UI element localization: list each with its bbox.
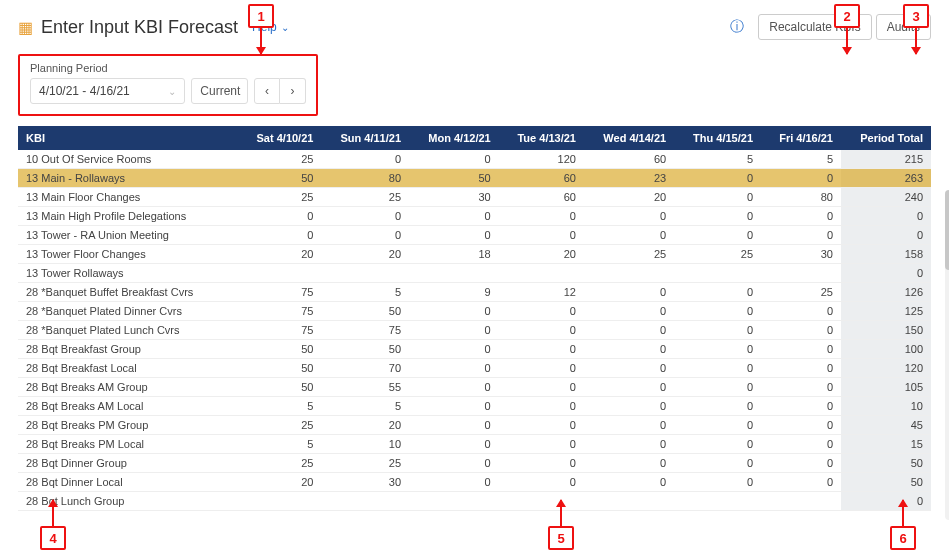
kbi-value-cell[interactable]: 0 <box>761 169 841 188</box>
prev-period-button[interactable]: ‹ <box>254 78 280 104</box>
kbi-value-cell[interactable]: 60 <box>499 169 584 188</box>
table-row[interactable]: 28 Bqt Breaks PM Group25200000045 <box>18 416 931 435</box>
kbi-value-cell[interactable]: 5 <box>321 283 409 302</box>
kbi-value-cell[interactable]: 0 <box>584 321 674 340</box>
kbi-value-cell[interactable]: 0 <box>674 397 761 416</box>
kbi-value-cell[interactable]: 0 <box>674 321 761 340</box>
kbi-value-cell[interactable]: 55 <box>321 378 409 397</box>
kbi-name-cell[interactable]: 28 Bqt Breaks PM Local <box>18 435 238 454</box>
col-period-total[interactable]: Period Total <box>841 126 931 150</box>
kbi-value-cell[interactable] <box>584 492 674 511</box>
kbi-value-cell[interactable]: 0 <box>584 473 674 492</box>
kbi-value-cell[interactable]: 60 <box>584 150 674 169</box>
table-row[interactable]: 28 *Banquet Buffet Breakfast Cvrs7559120… <box>18 283 931 302</box>
kbi-value-cell[interactable]: 0 <box>761 378 841 397</box>
kbi-name-cell[interactable]: 28 Bqt Breakfast Local <box>18 359 238 378</box>
table-row[interactable]: 28 Bqt Dinner Local20300000050 <box>18 473 931 492</box>
kbi-name-cell[interactable]: 13 Tower Floor Changes <box>18 245 238 264</box>
kbi-value-cell[interactable]: 0 <box>674 226 761 245</box>
kbi-value-cell[interactable] <box>321 492 409 511</box>
table-row[interactable]: 28 Bqt Breaks AM Group505500000105 <box>18 378 931 397</box>
kbi-value-cell[interactable]: 0 <box>584 416 674 435</box>
kbi-value-cell[interactable]: 0 <box>761 473 841 492</box>
kbi-name-cell[interactable]: 10 Out Of Service Rooms <box>18 150 238 169</box>
col-day-1[interactable]: Sun 4/11/21 <box>321 126 409 150</box>
kbi-value-cell[interactable]: 25 <box>238 150 321 169</box>
kbi-value-cell[interactable]: 50 <box>409 169 499 188</box>
table-row[interactable]: 28 Bqt Dinner Group25250000050 <box>18 454 931 473</box>
kbi-value-cell[interactable] <box>409 264 499 283</box>
kbi-value-cell[interactable]: 0 <box>321 226 409 245</box>
kbi-value-cell[interactable]: 0 <box>761 416 841 435</box>
kbi-value-cell[interactable]: 25 <box>761 283 841 302</box>
kbi-value-cell[interactable]: 0 <box>499 416 584 435</box>
kbi-value-cell[interactable]: 30 <box>321 473 409 492</box>
kbi-value-cell[interactable]: 0 <box>499 473 584 492</box>
table-row[interactable]: 13 Main - Rollaways508050602300263 <box>18 169 931 188</box>
kbi-value-cell[interactable]: 50 <box>238 169 321 188</box>
info-icon[interactable]: ⓘ <box>730 18 744 36</box>
kbi-value-cell[interactable]: 20 <box>238 473 321 492</box>
kbi-value-cell[interactable]: 0 <box>761 302 841 321</box>
table-row[interactable]: 28 Bqt Breakfast Local507000000120 <box>18 359 931 378</box>
col-day-4[interactable]: Wed 4/14/21 <box>584 126 674 150</box>
kbi-value-cell[interactable]: 0 <box>674 283 761 302</box>
kbi-value-cell[interactable]: 0 <box>409 150 499 169</box>
kbi-value-cell[interactable]: 50 <box>321 340 409 359</box>
kbi-value-cell[interactable]: 0 <box>674 302 761 321</box>
kbi-value-cell[interactable]: 0 <box>674 378 761 397</box>
kbi-value-cell[interactable]: 0 <box>409 473 499 492</box>
kbi-value-cell[interactable]: 0 <box>409 435 499 454</box>
kbi-name-cell[interactable]: 28 Bqt Breaks AM Local <box>18 397 238 416</box>
table-row[interactable]: 13 Tower - RA Union Meeting00000000 <box>18 226 931 245</box>
kbi-value-cell[interactable]: 25 <box>674 245 761 264</box>
kbi-value-cell[interactable] <box>674 264 761 283</box>
col-day-6[interactable]: Fri 4/16/21 <box>761 126 841 150</box>
kbi-name-cell[interactable]: 28 *Banquet Plated Lunch Cvrs <box>18 321 238 340</box>
kbi-name-cell[interactable]: 28 Bqt Breaks AM Group <box>18 378 238 397</box>
kbi-value-cell[interactable]: 0 <box>761 340 841 359</box>
kbi-value-cell[interactable]: 50 <box>321 302 409 321</box>
kbi-value-cell[interactable]: 0 <box>409 340 499 359</box>
kbi-value-cell[interactable]: 0 <box>409 207 499 226</box>
kbi-value-cell[interactable]: 0 <box>674 473 761 492</box>
kbi-value-cell[interactable]: 0 <box>584 359 674 378</box>
table-row[interactable]: 13 Main High Profile Delegations00000000 <box>18 207 931 226</box>
col-day-5[interactable]: Thu 4/15/21 <box>674 126 761 150</box>
kbi-value-cell[interactable]: 0 <box>674 454 761 473</box>
kbi-value-cell[interactable]: 75 <box>238 283 321 302</box>
kbi-value-cell[interactable]: 0 <box>499 340 584 359</box>
kbi-value-cell[interactable]: 18 <box>409 245 499 264</box>
kbi-value-cell[interactable] <box>761 492 841 511</box>
kbi-value-cell[interactable] <box>238 264 321 283</box>
kbi-value-cell[interactable]: 120 <box>499 150 584 169</box>
kbi-value-cell[interactable]: 0 <box>499 435 584 454</box>
kbi-value-cell[interactable]: 5 <box>238 397 321 416</box>
kbi-value-cell[interactable] <box>499 264 584 283</box>
kbi-value-cell[interactable]: 30 <box>409 188 499 207</box>
kbi-value-cell[interactable]: 80 <box>761 188 841 207</box>
kbi-value-cell[interactable]: 0 <box>238 207 321 226</box>
kbi-value-cell[interactable]: 0 <box>761 226 841 245</box>
kbi-value-cell[interactable]: 0 <box>584 435 674 454</box>
table-row[interactable]: 10 Out Of Service Rooms25001206055215 <box>18 150 931 169</box>
kbi-value-cell[interactable]: 0 <box>499 321 584 340</box>
kbi-value-cell[interactable]: 0 <box>499 302 584 321</box>
kbi-value-cell[interactable] <box>321 264 409 283</box>
vertical-scrollbar[interactable] <box>945 190 949 520</box>
kbi-value-cell[interactable]: 0 <box>409 302 499 321</box>
kbi-value-cell[interactable]: 0 <box>499 454 584 473</box>
kbi-value-cell[interactable] <box>674 492 761 511</box>
col-day-0[interactable]: Sat 4/10/21 <box>238 126 321 150</box>
table-row[interactable]: 13 Tower Floor Changes20201820252530158 <box>18 245 931 264</box>
table-row[interactable]: 13 Main Floor Changes2525306020080240 <box>18 188 931 207</box>
kbi-value-cell[interactable]: 0 <box>761 359 841 378</box>
kbi-value-cell[interactable]: 0 <box>409 397 499 416</box>
col-day-2[interactable]: Mon 4/12/21 <box>409 126 499 150</box>
next-period-button[interactable]: › <box>280 78 306 104</box>
kbi-value-cell[interactable]: 25 <box>321 454 409 473</box>
kbi-value-cell[interactable]: 75 <box>238 302 321 321</box>
kbi-name-cell[interactable]: 28 *Banquet Plated Dinner Cvrs <box>18 302 238 321</box>
kbi-value-cell[interactable]: 60 <box>499 188 584 207</box>
kbi-value-cell[interactable]: 25 <box>584 245 674 264</box>
